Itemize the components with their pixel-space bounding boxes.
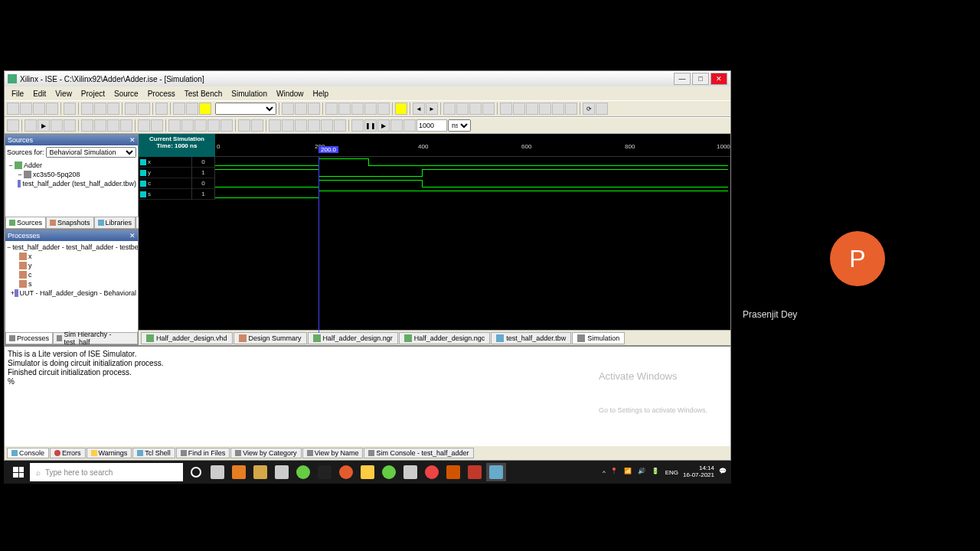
taskbar-app[interactable]: [443, 463, 463, 481]
tab-vhd[interactable]: Half_adder_design.vhd: [141, 332, 233, 344]
volume-icon[interactable]: 🔊: [638, 468, 647, 477]
sim-icon-1[interactable]: [24, 119, 37, 132]
tab-viewcategory[interactable]: View by Category: [230, 448, 301, 458]
sim-icon-6[interactable]: [107, 119, 119, 132]
signal-waves[interactable]: 200.0: [215, 157, 730, 200]
sim-icon-11[interactable]: [181, 119, 194, 132]
tab-simulation[interactable]: Simulation: [572, 332, 625, 344]
tool-icon-9[interactable]: [395, 103, 407, 115]
nav-fwd-icon[interactable]: ►: [426, 103, 438, 115]
find-icon[interactable]: [155, 103, 168, 115]
tool-icon-1[interactable]: [282, 103, 294, 115]
taskbar-app[interactable]: [336, 463, 356, 481]
taskbar-app[interactable]: [272, 463, 292, 481]
sim-icon-21[interactable]: [321, 119, 333, 132]
sim-icon-20[interactable]: [308, 119, 320, 132]
tab-ngc[interactable]: Half_adder_design.ngc: [399, 332, 491, 344]
sim-unit-select[interactable]: ns: [448, 119, 471, 132]
sim-icon-7[interactable]: [120, 119, 132, 132]
tool-icon-i[interactable]: [552, 103, 564, 115]
tool-icon-k[interactable]: [596, 103, 608, 115]
menu-testbench[interactable]: Test Bench: [181, 90, 226, 98]
processes-tree[interactable]: −test_half_adder - test_half_adder - tes…: [5, 241, 138, 332]
sim-icon-4[interactable]: [81, 119, 93, 132]
tab-tclshell[interactable]: Tcl Shell: [132, 448, 175, 458]
taskbar-app[interactable]: [379, 463, 399, 481]
tool-icon-j[interactable]: [565, 103, 577, 115]
cortana-button[interactable]: [186, 463, 206, 481]
sim-icon-24[interactable]: [390, 119, 403, 132]
tab-summary[interactable]: Design Summary: [234, 332, 307, 344]
undo-icon[interactable]: [125, 103, 137, 115]
minimize-button[interactable]: —: [674, 73, 691, 85]
tool-icon-c[interactable]: [469, 103, 482, 115]
tool-icon-4[interactable]: [325, 103, 338, 115]
refresh-icon[interactable]: ⟳: [583, 103, 595, 115]
menu-file[interactable]: File: [8, 90, 28, 98]
tab-findinfiles[interactable]: Find in Files: [176, 448, 230, 458]
menu-window[interactable]: Window: [273, 90, 308, 98]
tab-ngr[interactable]: Half_adder_design.ngr: [308, 332, 398, 344]
taskbar-app-active[interactable]: [486, 463, 506, 481]
sim-icon-19[interactable]: [295, 119, 307, 132]
sim-icon-18[interactable]: [282, 119, 294, 132]
sim-run-icon[interactable]: ▶: [38, 119, 50, 132]
tab-sources[interactable]: Sources: [5, 217, 46, 229]
sim-icon-22[interactable]: [334, 119, 346, 132]
menu-view[interactable]: View: [51, 90, 76, 98]
close-button[interactable]: ✕: [710, 73, 727, 85]
tool-icon-6[interactable]: [351, 103, 364, 115]
waveform-viewer[interactable]: Current Simulation Time: 1000 ns 0 200 4…: [139, 134, 730, 330]
time-ruler[interactable]: 0 200 400 600 800 1000: [215, 134, 730, 157]
nav-back-icon[interactable]: ◄: [413, 103, 425, 115]
pane-close-icon[interactable]: ✕: [129, 136, 136, 144]
print-icon[interactable]: [64, 103, 76, 115]
sim-icon-23[interactable]: [351, 119, 364, 132]
save-icon[interactable]: [33, 103, 45, 115]
cut-icon[interactable]: [81, 103, 93, 115]
battery-icon[interactable]: 🔋: [652, 468, 661, 477]
taskbar-app[interactable]: [422, 463, 442, 481]
menu-project[interactable]: Project: [77, 90, 109, 98]
tab-viewname[interactable]: View by Name: [302, 448, 364, 458]
open-icon[interactable]: [20, 103, 32, 115]
new-icon[interactable]: [7, 103, 19, 115]
sim-pause-icon[interactable]: ❚❚: [364, 119, 377, 132]
sources-tree[interactable]: −Adder −xc3s50-5pq208 test_half_adder (t…: [5, 159, 138, 217]
sources-for-select[interactable]: Behavioral Simulation: [46, 147, 136, 158]
tool-icon-d[interactable]: [482, 103, 495, 115]
tool-icon-a[interactable]: [443, 103, 456, 115]
sim-icon-15[interactable]: [238, 119, 250, 132]
sim-icon-3[interactable]: [64, 119, 76, 132]
help-icon[interactable]: [173, 103, 185, 115]
sim-icon-17[interactable]: [269, 119, 281, 132]
copy-icon[interactable]: [94, 103, 106, 115]
tool-icon-5[interactable]: [338, 103, 351, 115]
language-indicator[interactable]: ENG: [665, 469, 678, 476]
save-all-icon[interactable]: [46, 103, 58, 115]
tab-libraries[interactable]: Libraries: [94, 217, 136, 229]
sim-icon-12[interactable]: [194, 119, 207, 132]
menu-source[interactable]: Source: [110, 90, 142, 98]
taskbar-clock[interactable]: 14:14 16-07-2021: [683, 465, 714, 479]
tab-simconsole[interactable]: Sim Console - test_half_adder: [364, 448, 473, 458]
pointer-icon[interactable]: [7, 119, 19, 132]
tool-icon-f[interactable]: [513, 103, 525, 115]
sim-icon-2[interactable]: [51, 119, 63, 132]
menu-simulation[interactable]: Simulation: [227, 90, 271, 98]
sim-step-icon[interactable]: ▶: [377, 119, 390, 132]
tab-processes[interactable]: Processes: [5, 332, 53, 344]
pane-close-icon[interactable]: ✕: [129, 232, 136, 240]
tool-icon-g[interactable]: [526, 103, 538, 115]
sim-time-input[interactable]: [416, 119, 447, 132]
taskbar-app[interactable]: [250, 463, 270, 481]
tab-sim-hierarchy[interactable]: Sim Hierarchy - test_half: [53, 332, 138, 344]
taskbar-app[interactable]: [465, 463, 485, 481]
whats-this-icon[interactable]: [186, 103, 198, 115]
time-cursor[interactable]: 200.0: [318, 157, 319, 333]
paste-icon[interactable]: [107, 103, 119, 115]
tool-icon-b[interactable]: [456, 103, 469, 115]
taskbar-search[interactable]: ⌕ Type here to search: [30, 463, 183, 481]
menu-help[interactable]: Help: [309, 90, 333, 98]
start-button[interactable]: [7, 463, 30, 481]
